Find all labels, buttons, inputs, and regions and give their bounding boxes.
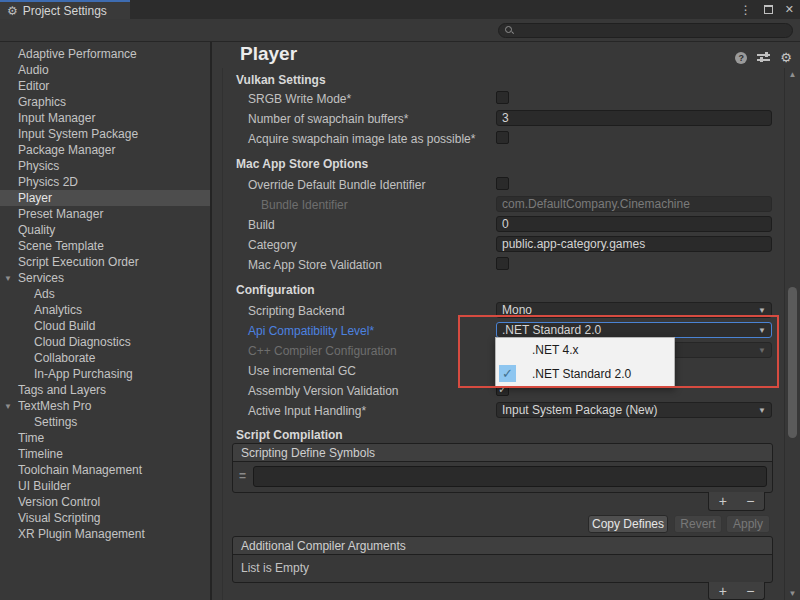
sidebar-item-collaborate[interactable]: Collaborate (0, 350, 210, 366)
use-incremental-gc-label: Use incremental GC (248, 364, 356, 378)
scroll-down-icon[interactable]: ▼ (785, 589, 800, 598)
sidebar-item-physics[interactable]: Physics (0, 158, 210, 174)
menu-item-net-standard-2-0[interactable]: ✓ .NET Standard 2.0 (496, 362, 674, 386)
sidebar-item-scene-template[interactable]: Scene Template (0, 238, 210, 254)
build-label: Build (248, 218, 275, 232)
chevron-down-icon: ▼ (758, 406, 766, 415)
scrollbar-thumb[interactable] (788, 287, 797, 438)
sidebar-item-in-app-purchasing[interactable]: In-App Purchasing (0, 366, 210, 382)
vertical-scrollbar[interactable]: ▲ ▼ (784, 68, 800, 600)
add-item-button[interactable]: + (719, 494, 727, 508)
sidebar-item-adaptive-performance[interactable]: Adaptive Performance (0, 46, 210, 62)
sidebar-item-package-manager[interactable]: Package Manager (0, 142, 210, 158)
sidebar-item-tmp-settings[interactable]: Settings (0, 414, 210, 430)
list-empty-text: List is Empty (233, 555, 772, 581)
sidebar-item-services[interactable]: ▼Services (0, 270, 210, 286)
check-icon: ✓ (499, 365, 516, 382)
srgb-write-mode-label: SRGB Write Mode* (248, 92, 351, 106)
sidebar-item-input-system-package[interactable]: Input System Package (0, 126, 210, 142)
override-bundle-identifier-label: Override Default Bundle Identifier (248, 178, 425, 192)
mac-app-store-validation-checkbox[interactable] (496, 257, 509, 270)
sidebar-item-tags-and-layers[interactable]: Tags and Layers (0, 382, 210, 398)
sidebar-item-toolchain-management[interactable]: Toolchain Management (0, 462, 210, 478)
apply-button[interactable]: Apply (726, 515, 770, 533)
section-configuration: Configuration (236, 283, 315, 297)
additional-compiler-arguments-box: Additional Compiler Arguments List is Em… (232, 536, 773, 583)
sidebar-item-input-manager[interactable]: Input Manager (0, 110, 210, 126)
swapchain-buffers-field[interactable] (496, 110, 772, 126)
scroll-up-icon[interactable]: ▲ (785, 70, 800, 79)
sidebar-item-xr-plugin-management[interactable]: XR Plugin Management (0, 526, 210, 542)
menu-item-net-4x[interactable]: .NET 4.x (496, 338, 674, 362)
project-settings-window: ⚙ Project Settings ⋮ ✕ Adaptive Performa… (0, 0, 800, 600)
copy-defines-button[interactable]: Copy Defines (588, 515, 668, 533)
foldout-arrow-icon[interactable]: ▼ (4, 271, 12, 287)
search-input[interactable] (518, 25, 778, 37)
foldout-arrow-icon[interactable]: ▼ (4, 399, 12, 415)
assembly-version-validation-label: Assembly Version Validation (248, 384, 399, 398)
sidebar-item-cloud-diagnostics[interactable]: Cloud Diagnostics (0, 334, 210, 350)
search-icon (505, 26, 514, 35)
page-title: Player (240, 43, 297, 65)
search-box[interactable] (498, 23, 793, 38)
define-symbol-field[interactable] (253, 466, 767, 487)
sidebar-item-player[interactable]: Player (0, 190, 210, 206)
drag-handle-icon[interactable]: = (239, 469, 246, 483)
presets-icon[interactable] (757, 52, 770, 63)
sidebar-item-quality[interactable]: Quality (0, 222, 210, 238)
sidebar-item-cloud-build[interactable]: Cloud Build (0, 318, 210, 334)
sidebar-item-analytics[interactable]: Analytics (0, 302, 210, 318)
settings-gear-icon: ⚙ (7, 5, 18, 17)
sidebar-item-version-control[interactable]: Version Control (0, 494, 210, 510)
sidebar-item-physics-2d[interactable]: Physics 2D (0, 174, 210, 190)
acquire-swapchain-checkbox[interactable] (496, 131, 509, 144)
player-settings-panel: Player ? ⚙ Vulkan Settings SRGB Write Mo… (212, 42, 800, 600)
sidebar-item-timeline[interactable]: Timeline (0, 446, 210, 462)
cpp-compiler-configuration-label: C++ Compiler Configuration (248, 344, 397, 358)
additional-compiler-arguments-header: Additional Compiler Arguments (233, 537, 772, 555)
scripting-define-symbols-box: Scripting Define Symbols = (232, 443, 773, 493)
sidebar-item-visual-scripting[interactable]: Visual Scripting (0, 510, 210, 526)
api-compatibility-level-dropdown[interactable]: .NET Standard 2.0 ▼ (496, 322, 772, 338)
remove-item-button[interactable]: − (746, 584, 754, 598)
api-compatibility-dropdown-menu: .NET 4.x ✓ .NET Standard 2.0 (495, 337, 675, 387)
maximize-icon[interactable] (764, 5, 773, 14)
scripting-define-symbols-header: Scripting Define Symbols (233, 444, 772, 462)
srgb-write-mode-checkbox[interactable] (496, 91, 509, 104)
sidebar-item-audio[interactable]: Audio (0, 62, 210, 78)
active-input-handling-label: Active Input Handling* (248, 404, 366, 418)
override-bundle-identifier-checkbox[interactable] (496, 177, 509, 190)
active-input-handling-dropdown[interactable]: Input System Package (New) ▼ (496, 402, 772, 418)
help-icon[interactable]: ? (735, 52, 747, 64)
category-label: Category (248, 238, 297, 252)
tab-title: Project Settings (23, 4, 107, 18)
category-field[interactable] (496, 236, 772, 252)
remove-item-button[interactable]: − (746, 494, 754, 508)
add-item-button[interactable]: + (719, 584, 727, 598)
sidebar-item-time[interactable]: Time (0, 430, 210, 446)
tab-strip: ⚙ Project Settings ⋮ ✕ (0, 0, 800, 19)
section-script-compilation: Script Compilation (236, 428, 343, 442)
section-vulkan-settings: Vulkan Settings (236, 73, 326, 87)
sidebar-item-editor[interactable]: Editor (0, 78, 210, 94)
chevron-down-icon: ▼ (758, 326, 766, 335)
revert-button[interactable]: Revert (674, 515, 722, 533)
sidebar-item-script-execution-order[interactable]: Script Execution Order (0, 254, 210, 270)
sidebar-item-ads[interactable]: Ads (0, 286, 210, 302)
chevron-down-icon: ▼ (758, 346, 766, 355)
sidebar-item-ui-builder[interactable]: UI Builder (0, 478, 210, 494)
toolbar (0, 19, 800, 42)
swapchain-buffers-label: Number of swapchain buffers* (248, 112, 409, 126)
sidebar-item-graphics[interactable]: Graphics (0, 94, 210, 110)
scripting-backend-dropdown[interactable]: Mono ▼ (496, 302, 772, 318)
build-field[interactable] (496, 216, 772, 232)
bundle-identifier-label: Bundle Identifier (261, 198, 348, 212)
gear-icon[interactable]: ⚙ (780, 51, 792, 64)
sidebar-item-preset-manager[interactable]: Preset Manager (0, 206, 210, 222)
close-icon[interactable]: ✕ (785, 3, 794, 16)
api-compatibility-level-label: Api Compatibility Level* (248, 324, 374, 338)
acquire-swapchain-label: Acquire swapchain image late as possible… (248, 132, 475, 146)
window-menu-icon[interactable]: ⋮ (740, 3, 752, 17)
tab-project-settings[interactable]: ⚙ Project Settings (0, 0, 130, 19)
sidebar-item-textmesh-pro[interactable]: ▼TextMesh Pro (0, 398, 210, 414)
